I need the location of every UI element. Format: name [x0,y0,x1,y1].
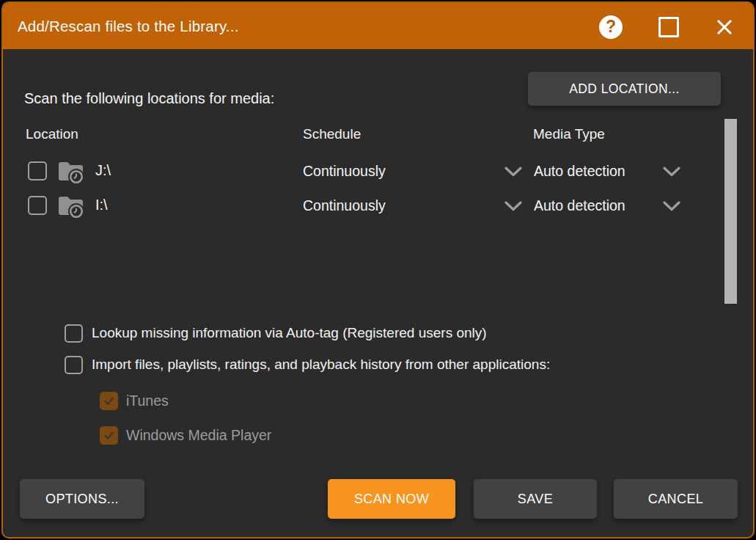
media-type-value[interactable]: Auto detection [534,163,625,180]
media-type-chevron-down-icon[interactable] [662,166,681,180]
maximize-icon[interactable] [658,17,679,37]
help-button[interactable]: ? [599,15,623,39]
lookup-checkbox[interactable] [65,324,83,343]
schedule-value[interactable]: Continuously [303,197,386,214]
cancel-button[interactable]: CANCEL [614,479,738,519]
location-path: I:\ [95,197,108,214]
location-row: J:\ Continuously Auto detection [3,155,736,187]
location-checkbox[interactable] [28,196,47,215]
itunes-checkbox[interactable] [100,392,118,410]
dialog-title: Add/Rescan files to the Library... [18,3,239,49]
scan-now-button[interactable]: SCAN NOW [328,479,455,519]
column-header-location: Location [26,126,78,142]
add-location-button[interactable]: ADD LOCATION... [528,72,721,106]
wmp-label: Windows Media Player [126,427,271,444]
vertical-scrollbar[interactable] [724,119,737,304]
schedule-value[interactable]: Continuously [303,163,386,180]
media-type-chevron-down-icon[interactable] [662,200,681,215]
location-row: I:\ Continuously Auto detection [3,189,736,222]
save-button[interactable]: SAVE [474,479,597,519]
scan-locations-label: Scan the following locations for media: [24,90,274,107]
options-button[interactable]: OPTIONS... [20,479,144,519]
folder-scan-icon [56,192,86,222]
schedule-chevron-down-icon[interactable] [504,200,523,215]
column-header-media-type: Media Type [533,126,605,142]
add-rescan-dialog: Add/Rescan files to the Library... ? Sca… [1,1,755,539]
help-icon: ? [606,18,616,35]
folder-scan-icon [56,158,86,188]
itunes-label: iTunes [126,393,169,409]
titlebar: Add/Rescan files to the Library... ? [3,3,753,49]
wmp-checkbox[interactable] [100,426,118,445]
location-checkbox[interactable] [28,161,47,180]
location-path: J:\ [95,162,111,179]
import-checkbox[interactable] [65,356,83,374]
media-type-value[interactable]: Auto detection [534,197,625,214]
column-header-schedule: Schedule [303,126,361,142]
lookup-option-label: Lookup missing information via Auto-tag … [92,325,487,341]
close-icon[interactable] [713,16,735,38]
schedule-chevron-down-icon[interactable] [504,166,523,180]
import-option-label: Import files, playlists, ratings, and pl… [92,357,550,373]
